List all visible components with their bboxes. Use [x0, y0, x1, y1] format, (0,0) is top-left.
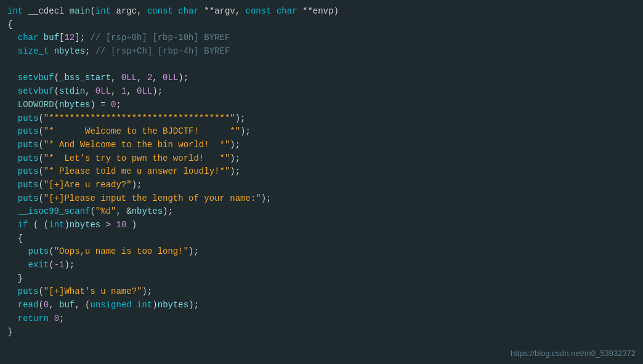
code-line-22: puts("[+]What's u name?");: [7, 285, 636, 299]
code-line-4: size_t nbytes; // [rsp+Ch] [rbp-4h] BYRE…: [7, 45, 636, 59]
code-line-23: read(0, buf, (unsigned int)nbytes);: [7, 299, 636, 312]
code-line-14: puts("[+]Are u ready?");: [7, 179, 636, 192]
code-line-1: int __cdecl main(int argc, const char **…: [7, 5, 636, 18]
code-line-25: }: [7, 326, 636, 339]
code-line-3: char buf[12]; // [rsp+0h] [rbp-10h] BYRE…: [7, 31, 636, 45]
code-line-17: if ( (int)nbytes > 10 ): [7, 219, 636, 232]
code-line-7: setvbuf(stdin, 0LL, 1, 0LL);: [7, 85, 636, 99]
code-line-8: LODWORD(nbytes) = 0;: [7, 99, 636, 112]
code-line-2: {: [7, 18, 636, 32]
code-line-9: puts("**********************************…: [7, 112, 636, 126]
code-line-16: __isoc99_scanf("%d", &nbytes);: [7, 205, 636, 219]
watermark-text: https://blog.csdn.net/m0_53932372: [511, 349, 636, 358]
code-line-21: }: [7, 272, 636, 286]
code-line-11: puts("* And Welcome to the bin world! *"…: [7, 139, 636, 152]
code-display: int __cdecl main(int argc, const char **…: [0, 0, 643, 344]
code-line-13: puts("* Please told me u answer loudly!*…: [7, 165, 636, 179]
code-line-18: {: [7, 232, 636, 246]
code-line-24: return 0;: [7, 312, 636, 326]
code-line-20: exit(-1);: [7, 259, 636, 272]
code-line-12: puts("* Let's try to pwn the world! *");: [7, 152, 636, 166]
code-line-6: setvbuf(_bss_start, 0LL, 2, 0LL);: [7, 71, 636, 85]
code-line-19: puts("Oops,u name is too long!");: [7, 245, 636, 259]
code-line-5: [7, 59, 636, 72]
code-line-10: puts("* Welcome to the BJDCTF! *");: [7, 125, 636, 139]
code-line-15: puts("[+]Please input the length of your…: [7, 192, 636, 206]
